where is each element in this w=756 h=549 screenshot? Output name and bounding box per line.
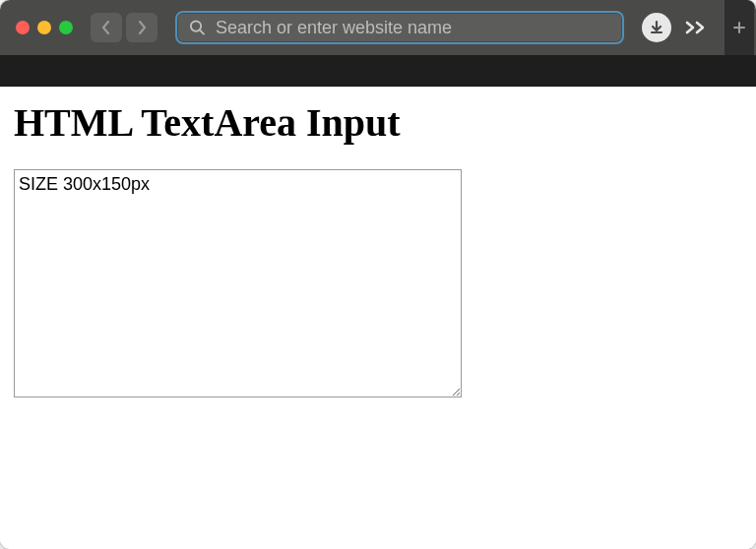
chevron-left-icon	[100, 21, 112, 34]
example-textarea[interactable]	[14, 169, 462, 397]
svg-line-1	[200, 30, 204, 34]
minimize-button[interactable]	[37, 21, 51, 34]
tab-strip	[0, 55, 756, 87]
address-bar-container	[175, 11, 624, 44]
search-input[interactable]	[216, 18, 610, 38]
search-icon	[189, 19, 206, 36]
chevrons-right-icon	[684, 21, 708, 34]
back-button[interactable]	[91, 13, 122, 42]
window-controls	[16, 21, 73, 34]
browser-window: HTML TextArea Input	[0, 0, 756, 549]
download-icon	[649, 20, 664, 35]
close-button[interactable]	[16, 21, 30, 34]
chevron-right-icon	[136, 21, 148, 34]
nav-buttons	[91, 13, 158, 42]
browser-toolbar	[0, 0, 756, 55]
forward-button[interactable]	[126, 13, 158, 42]
toolbar-right	[681, 0, 746, 55]
new-tab-button[interactable]	[724, 0, 754, 55]
plus-icon	[731, 20, 747, 35]
maximize-button[interactable]	[59, 21, 73, 34]
page-title: HTML TextArea Input	[14, 99, 742, 146]
address-bar[interactable]	[175, 11, 624, 44]
downloads-button[interactable]	[642, 13, 671, 42]
page-content: HTML TextArea Input	[0, 87, 756, 549]
overflow-button[interactable]	[681, 13, 711, 42]
